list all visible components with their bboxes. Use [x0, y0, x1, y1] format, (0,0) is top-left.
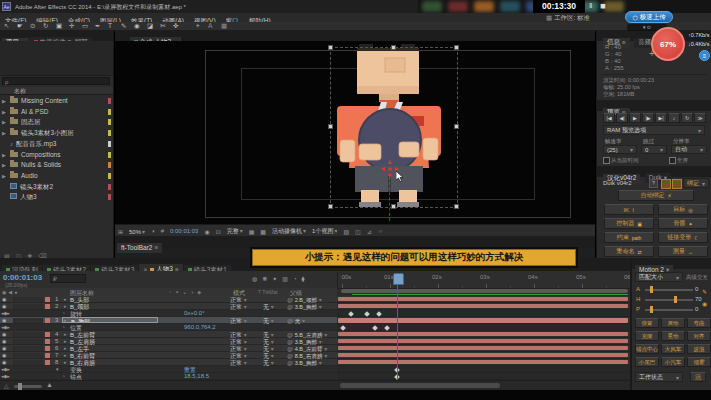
- recorder-thumbnail[interactable]: [448, 1, 468, 12]
- work-area-bar[interactable]: [341, 289, 628, 293]
- match-size-dropdown[interactable]: 匹配大小▾: [635, 272, 683, 282]
- snapshot-icon[interactable]: ◉: [204, 228, 209, 235]
- pen-tool-icon[interactable]: ✒: [95, 22, 100, 30]
- motion-button-克隆[interactable]: 克隆: [635, 331, 659, 341]
- keyframe-diamond[interactable]: [341, 325, 347, 331]
- layer-duration-bar[interactable]: [338, 318, 628, 323]
- twirl-icon[interactable]: ▸: [64, 338, 67, 344]
- puppet-pin-tool-icon[interactable]: ✜: [173, 22, 178, 30]
- layer-duration-bar[interactable]: [338, 297, 628, 301]
- layer-label-chip[interactable]: [45, 297, 50, 302]
- property-row[interactable]: ◂◆▸▾变换重置: [0, 366, 337, 373]
- last-frame-button[interactable]: ▶|: [655, 113, 667, 123]
- recorder-pause-button[interactable]: Ⅱ: [589, 2, 592, 10]
- recorder-stop-button[interactable]: ◼: [600, 2, 606, 10]
- layer-row[interactable]: ◉3B_胸部▸正常 ▾无 ▾@ 无 ▾: [0, 317, 337, 324]
- time-ruler[interactable]: :00s01s02s03s04s05s06s: [337, 271, 631, 289]
- script-panel-tab[interactable]: ft-ToolBar2≡: [117, 243, 162, 253]
- duik-help-button[interactable]: ?: [649, 179, 658, 188]
- twirl-icon[interactable]: ▾: [56, 366, 59, 372]
- stopwatch-icon[interactable]: ◔: [62, 324, 65, 330]
- layer-duration-bar[interactable]: [338, 346, 628, 350]
- layer-visibility-icon[interactable]: ◉: [2, 296, 6, 302]
- layer-visibility-icon[interactable]: ◉: [2, 359, 6, 365]
- fullscreen-checkbox[interactable]: [669, 157, 676, 164]
- zoom-level[interactable]: 50%▾: [129, 228, 145, 235]
- twirl-icon[interactable]: ▸: [64, 296, 67, 302]
- project-item[interactable]: ▶AI & PSD: [0, 107, 113, 117]
- clone-stamp-tool-icon[interactable]: ◉: [134, 22, 140, 30]
- project-item[interactable]: ▶Compositions: [0, 150, 113, 160]
- previous-frame-button[interactable]: ◀|: [616, 113, 628, 123]
- keyframe-diamond[interactable]: [372, 325, 378, 331]
- resolution-dropdown[interactable]: 自动▾: [671, 145, 707, 154]
- motion-button-晃动[interactable]: 晃动: [661, 331, 685, 341]
- playhead-handle[interactable]: [393, 273, 404, 285]
- layer-label-chip[interactable]: [45, 353, 50, 358]
- layer-row[interactable]: ◉1B_头部▸正常 ▾@ 2.B_颈部 ▾: [0, 296, 337, 303]
- keyframe-diamond[interactable]: [348, 311, 354, 317]
- keyframe-nav-icons[interactable]: ◂◆▸: [1, 373, 10, 379]
- play-button[interactable]: ▶: [629, 113, 641, 123]
- layer-visibility-icon[interactable]: ◉: [2, 303, 6, 309]
- align-icon[interactable]: ✦: [195, 22, 200, 30]
- twirl-icon[interactable]: ▸: [64, 359, 67, 365]
- motion-slider-thumb[interactable]: [650, 286, 653, 293]
- label-color-chip[interactable]: [108, 152, 111, 158]
- type-tool-icon[interactable]: T: [108, 22, 112, 29]
- pixel-aspect-icon[interactable]: ▧: [343, 228, 349, 235]
- camera-view[interactable]: 活动摄像机▾: [272, 227, 306, 236]
- label-color-chip[interactable]: [108, 119, 111, 125]
- framerate-dropdown[interactable]: (25)▾: [603, 145, 637, 154]
- motion-button-弯曲[interactable]: 弯曲: [687, 318, 711, 328]
- twirl-icon[interactable]: ▸: [64, 317, 67, 323]
- grid-guides-icon[interactable]: #: [161, 228, 164, 234]
- ram-preview-options-dropdown[interactable]: RAM 预览选项▾: [603, 125, 705, 135]
- current-timecode[interactable]: 0:00:01:03: [3, 273, 42, 282]
- project-item[interactable]: 人物3: [0, 192, 113, 202]
- label-color-chip[interactable]: [108, 194, 111, 200]
- recorder-thumbnail[interactable]: [474, 1, 494, 12]
- twirl-icon[interactable]: ▸: [64, 345, 67, 351]
- label-color-chip[interactable]: [108, 184, 111, 190]
- duik-button-重命名[interactable]: 重命名⇄: [604, 246, 654, 257]
- zoom-tool-icon[interactable]: ⊙: [30, 22, 35, 30]
- channel-icon[interactable]: ◑: [151, 228, 155, 234]
- pan-behind-tool-icon[interactable]: ✛: [69, 22, 74, 30]
- motion-button-弹簧[interactable]: 弹簧: [635, 318, 659, 328]
- header-trkmat[interactable]: T TrkMat: [258, 289, 278, 295]
- duik-button-约束[interactable]: 约束path: [604, 232, 654, 243]
- duik-button-控制器[interactable]: 控制器▣: [604, 218, 654, 229]
- grid-icon[interactable]: ▦: [221, 22, 227, 30]
- transparency-grid-icon[interactable]: ▩: [260, 228, 266, 235]
- property-value[interactable]: 18.5,18.5: [184, 373, 209, 379]
- layer-row[interactable]: ◉7B_右前臂▸正常 ▾无 ▾@ 8.B_右肩膀 ▾: [0, 352, 337, 359]
- keyframe-nav-icons[interactable]: ◂◆▸: [1, 324, 10, 330]
- label-color-chip[interactable]: [108, 162, 111, 168]
- fast-preview-icon[interactable]: ▦: [249, 228, 255, 235]
- motion-button-小尾巴[interactable]: 小尾巴: [635, 357, 659, 367]
- property-row[interactable]: ◂◆▸◔锚点18.5,18.5: [0, 373, 337, 380]
- camera-tool-icon[interactable]: ▣: [56, 22, 62, 30]
- project-item[interactable]: ▶固态层: [0, 117, 113, 127]
- layer-duration-bar[interactable]: [338, 304, 628, 308]
- rotation-tool-icon[interactable]: ↻: [43, 22, 48, 30]
- layer-row[interactable]: ◉8B_右肩膀▸正常 ▾无 ▾@ 3.B_胸部 ▾: [0, 359, 337, 366]
- motion-slider[interactable]: [645, 289, 693, 291]
- layer-row[interactable]: ◉6B_左手▸正常 ▾无 ▾@ 4.B_左前臂 ▾: [0, 345, 337, 352]
- eraser-tool-icon[interactable]: ◪: [147, 22, 153, 30]
- motion-button-锚点中心[interactable]: 锚点中心: [635, 344, 659, 354]
- flowchart-icon[interactable]: ⊿: [367, 228, 372, 235]
- motion-slider-thumb[interactable]: [650, 306, 653, 313]
- project-item[interactable]: ▶镜头3素材3小图层: [0, 128, 113, 138]
- brush-tool-icon[interactable]: ✎: [121, 22, 126, 30]
- timeline-option-icons[interactable]: ◍❋✦▥◔⧫: [252, 275, 310, 282]
- duik-button-IK[interactable]: IK⌇: [604, 204, 654, 215]
- layer-visibility-icon[interactable]: ◉: [2, 345, 6, 351]
- layer-name[interactable]: B_胸部: [62, 317, 158, 323]
- duik-icon-button-1[interactable]: [661, 179, 671, 189]
- exposure-icon[interactable]: ☼: [378, 228, 384, 234]
- duik-icon-button-2[interactable]: [672, 179, 682, 189]
- layer-row[interactable]: ◉5B_左肩膀▸正常 ▾无 ▾@ 3.B_胸部 ▾: [0, 338, 337, 345]
- motion-button-小汽车[interactable]: 小汽车: [661, 357, 685, 367]
